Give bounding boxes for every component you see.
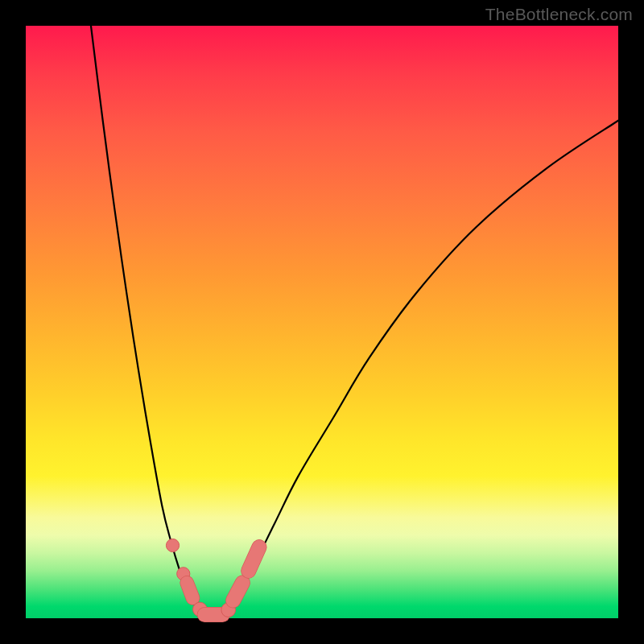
chart-svg <box>26 26 618 618</box>
data-marker-7 <box>249 547 259 571</box>
series-right-branch <box>221 121 618 618</box>
chart-frame: TheBottleneck.com <box>0 0 644 644</box>
watermark-text: TheBottleneck.com <box>485 5 633 24</box>
series-left-branch <box>91 26 204 618</box>
chart-plot-area <box>26 26 618 618</box>
data-marker-6 <box>233 583 243 601</box>
data-marker-2 <box>187 583 192 598</box>
data-marker-0 <box>166 539 179 551</box>
curve-layer <box>91 26 618 618</box>
marker-layer <box>166 539 259 617</box>
